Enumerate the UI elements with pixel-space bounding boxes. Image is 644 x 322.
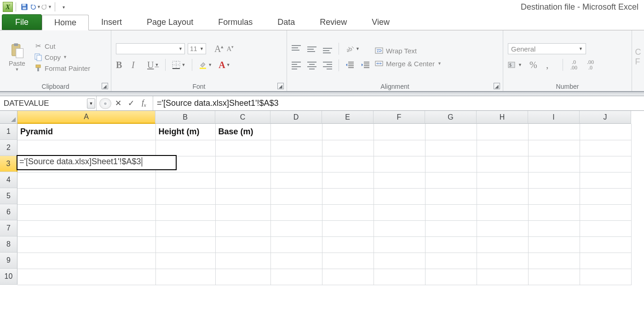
cell[interactable] [215,269,270,285]
cell[interactable] [580,253,631,269]
select-all-corner[interactable] [0,111,17,124]
cell[interactable] [270,124,322,140]
name-box[interactable]: DATEVALUE ▼ [0,96,97,110]
cell[interactable] [425,269,477,285]
cell[interactable] [477,124,528,140]
cell[interactable] [374,253,425,269]
cell[interactable] [270,269,322,285]
cell[interactable] [215,188,270,204]
row-header[interactable]: 3 [0,156,17,172]
underline-button[interactable]: U▼ [147,60,159,70]
spreadsheet-grid[interactable]: 1 2 3 4 5 6 7 8 9 10 A B C D E F G H I J… [0,111,644,285]
cell[interactable] [374,188,425,204]
cell[interactable] [425,220,477,236]
cell[interactable] [270,188,322,204]
cell[interactable] [215,220,270,236]
cell[interactable] [322,269,374,285]
cell[interactable] [425,236,477,253]
column-header[interactable]: H [477,111,528,124]
cell[interactable] [215,140,270,156]
cell[interactable] [425,156,477,172]
cell[interactable] [270,253,322,269]
column-header[interactable]: E [322,111,374,124]
row-header[interactable]: 8 [0,236,17,253]
cell[interactable] [155,269,215,285]
column-header[interactable]: J [580,111,631,124]
cell[interactable] [215,172,270,188]
tab-formulas[interactable]: Formulas [206,14,265,30]
row-header[interactable]: 6 [0,204,17,220]
cell[interactable] [322,124,374,140]
cell[interactable] [477,236,528,253]
cell[interactable] [374,204,425,220]
cell[interactable] [374,269,425,285]
cell[interactable] [17,204,155,220]
tab-page-layout[interactable]: Page Layout [134,14,206,30]
cell[interactable] [374,140,425,156]
cell[interactable] [477,188,528,204]
cell[interactable] [17,253,155,269]
cell[interactable]: Height (m) [155,124,215,140]
cell[interactable] [477,269,528,285]
cell[interactable] [477,140,528,156]
cell[interactable] [215,236,270,253]
cell[interactable]: Pyramid [17,124,155,140]
cell[interactable] [215,156,270,172]
cell[interactable] [580,124,631,140]
cell[interactable] [580,204,631,220]
cell[interactable] [425,140,477,156]
cell[interactable] [528,220,580,236]
column-header[interactable]: B [155,111,215,124]
cell[interactable]: Base (m) [215,124,270,140]
row-header[interactable]: 7 [0,220,17,236]
cell[interactable] [270,140,322,156]
column-header[interactable]: I [528,111,580,124]
cell[interactable] [270,220,322,236]
cell[interactable] [215,204,270,220]
cell[interactable] [322,172,374,188]
tab-home[interactable]: Home [42,15,89,30]
tab-data[interactable]: Data [265,14,307,30]
cell[interactable] [17,156,155,172]
cell[interactable] [270,172,322,188]
italic-button[interactable]: I [132,60,141,70]
cell[interactable] [425,253,477,269]
save-button[interactable] [19,1,30,12]
cell[interactable] [528,172,580,188]
cell[interactable] [528,124,580,140]
row-header[interactable]: 10 [0,269,17,285]
tab-file[interactable]: File [2,14,42,30]
cell[interactable] [322,236,374,253]
align-bottom-button[interactable] [323,45,332,52]
cell[interactable] [580,220,631,236]
merge-center-button[interactable]: Merge & Center ▼ [375,59,442,68]
number-format-select[interactable]: General▼ [508,43,586,54]
decrease-indent-button[interactable] [345,61,355,70]
tab-insert[interactable]: Insert [89,14,134,30]
font-launcher-icon[interactable]: ◢ [277,83,284,89]
cell[interactable] [374,236,425,253]
cell[interactable] [374,156,425,172]
cell[interactable] [215,253,270,269]
cell[interactable] [580,236,631,253]
bold-button[interactable]: B [116,60,125,70]
increase-indent-button[interactable] [361,61,370,70]
paste-button[interactable]: Paste ▼ [5,32,29,82]
column-header[interactable]: A [17,111,155,124]
row-header[interactable]: 9 [0,253,17,269]
cell[interactable] [322,253,374,269]
row-header[interactable]: 1 [0,124,17,140]
cell[interactable] [374,172,425,188]
cell[interactable] [155,172,215,188]
cell[interactable] [477,253,528,269]
cell[interactable] [270,204,322,220]
percent-button[interactable]: % [529,60,539,70]
cell[interactable] [17,140,155,156]
cell[interactable] [322,220,374,236]
copy-button[interactable]: Copy ▼ [34,53,90,61]
cell[interactable] [270,156,322,172]
cancel-x-button[interactable]: ✕ [112,98,124,109]
cell[interactable] [270,236,322,253]
cell[interactable] [374,220,425,236]
row-header[interactable]: 5 [0,188,17,204]
